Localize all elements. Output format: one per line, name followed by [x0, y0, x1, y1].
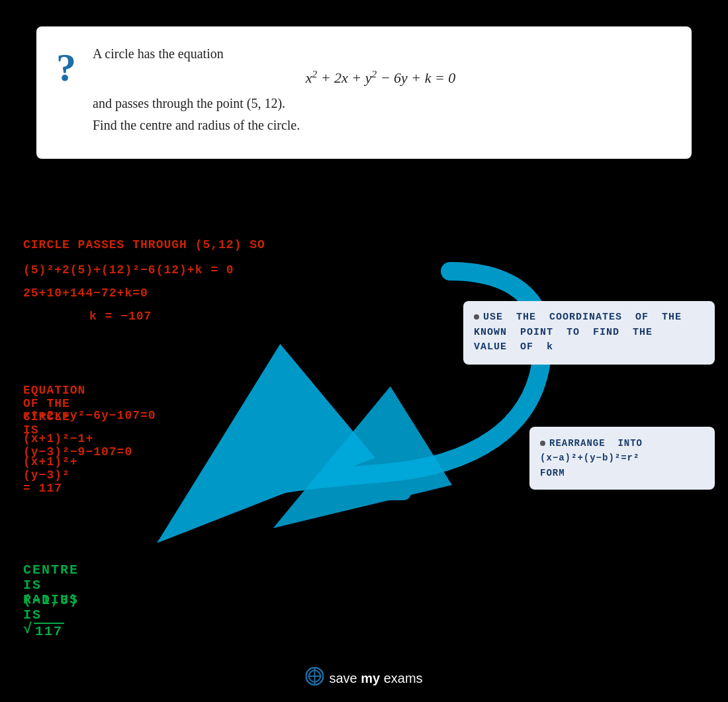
step1-header: CIRCLE PASSES THROUGH (5,12) SO [23, 238, 265, 251]
question-icon: ? [53, 46, 86, 95]
logo-area: save my exams [305, 667, 422, 690]
logo-text: save my exams [329, 671, 422, 686]
step1-line3: k = −107 [89, 310, 152, 323]
callout1-dot [474, 314, 479, 320]
callout2-box: REARRANGE INTO (x−a)²+(y−b)²=r² FORM [529, 427, 715, 490]
step2-line1: x²+2x+y²−6y−107=0 [23, 409, 156, 422]
svg-text:?: ? [56, 46, 76, 89]
question-line2: and passes through the point (5, 12). [93, 96, 668, 111]
step1-line1: (5)²+2(5)+(12)²−6(12)+k = 0 [23, 263, 234, 277]
question-box: ? A circle has the equation x2 + 2x + y2… [36, 26, 692, 159]
question-line3: Find the centre and radius of the circle… [93, 118, 668, 133]
callout1-box: USE THE COORDINATES OF THE KNOWN POINT T… [463, 301, 715, 365]
logo-icon [305, 667, 324, 690]
step2-line2: (x+1)²−1+(y−3)²−9−107=0 [23, 432, 132, 459]
question-line1: A circle has the equation [93, 46, 668, 62]
callout2-dot [540, 441, 545, 446]
question-equation: x2 + 2x + y2 − 6y + k = 0 [93, 68, 668, 87]
step1-line2: 25+10+144−72+k=0 [23, 286, 148, 300]
result-radius: RADIUS IS √ 117 [23, 592, 88, 639]
step2-line3: (x+1)²+(y−3)² = 117 [23, 455, 78, 495]
